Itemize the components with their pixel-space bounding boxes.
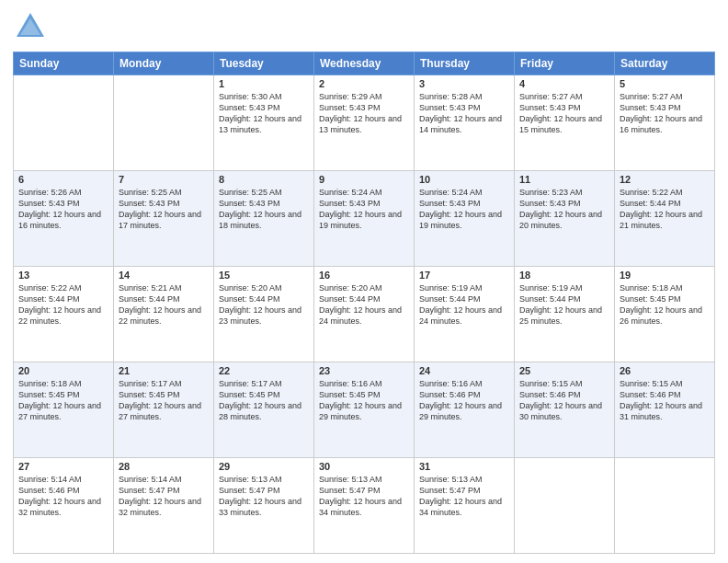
calendar-week-3: 13Sunrise: 5:22 AMSunset: 5:44 PMDayligh… [14,267,715,362]
day-number: 24 [419,365,509,376]
calendar-day-11: 11Sunrise: 5:23 AMSunset: 5:43 PMDayligh… [515,171,615,267]
day-number: 19 [620,270,710,281]
calendar-day-8: 8Sunrise: 5:25 AMSunset: 5:43 PMDaylight… [214,171,314,267]
page: SundayMondayTuesdayWednesdayThursdayFrid… [0,0,728,563]
calendar-day-13: 13Sunrise: 5:22 AMSunset: 5:44 PMDayligh… [14,267,114,362]
calendar-day-20: 20Sunrise: 5:18 AMSunset: 5:45 PMDayligh… [14,362,114,458]
day-number: 18 [519,270,609,281]
calendar-day-2: 2Sunrise: 5:29 AMSunset: 5:43 PMDaylight… [314,75,415,171]
calendar-day-25: 25Sunrise: 5:15 AMSunset: 5:46 PMDayligh… [515,362,615,458]
calendar-day-26: 26Sunrise: 5:15 AMSunset: 5:46 PMDayligh… [615,362,715,458]
day-info: Sunrise: 5:20 AMSunset: 5:44 PMDaylight:… [319,282,409,327]
calendar-day-10: 10Sunrise: 5:24 AMSunset: 5:43 PMDayligh… [415,171,515,267]
day-info: Sunrise: 5:19 AMSunset: 5:44 PMDaylight:… [519,282,609,327]
day-info: Sunrise: 5:29 AMSunset: 5:43 PMDaylight:… [319,91,409,136]
day-number: 6 [18,174,108,185]
logo-icon [13,9,48,44]
calendar-week-2: 6Sunrise: 5:26 AMSunset: 5:43 PMDaylight… [14,171,715,267]
day-info: Sunrise: 5:30 AMSunset: 5:43 PMDaylight:… [219,91,309,136]
calendar-day-19: 19Sunrise: 5:18 AMSunset: 5:45 PMDayligh… [615,267,715,362]
calendar-day-3: 3Sunrise: 5:28 AMSunset: 5:43 PMDaylight… [415,75,515,171]
calendar-day-14: 14Sunrise: 5:21 AMSunset: 5:44 PMDayligh… [114,267,214,362]
day-info: Sunrise: 5:13 AMSunset: 5:47 PMDaylight:… [319,474,409,519]
calendar-day-16: 16Sunrise: 5:20 AMSunset: 5:44 PMDayligh… [314,267,415,362]
calendar-day-1: 1Sunrise: 5:30 AMSunset: 5:43 PMDaylight… [214,75,314,171]
day-info: Sunrise: 5:18 AMSunset: 5:45 PMDaylight:… [18,378,108,423]
calendar-day-29: 29Sunrise: 5:13 AMSunset: 5:47 PMDayligh… [214,458,314,554]
day-number: 30 [319,461,409,472]
weekday-friday: Friday [515,52,615,75]
calendar-day-22: 22Sunrise: 5:17 AMSunset: 5:45 PMDayligh… [214,362,314,458]
calendar-day-18: 18Sunrise: 5:19 AMSunset: 5:44 PMDayligh… [515,267,615,362]
day-info: Sunrise: 5:19 AMSunset: 5:44 PMDaylight:… [419,282,509,327]
weekday-monday: Monday [114,52,214,75]
day-info: Sunrise: 5:25 AMSunset: 5:43 PMDaylight:… [219,187,309,232]
day-number: 27 [18,461,108,472]
calendar-week-4: 20Sunrise: 5:18 AMSunset: 5:45 PMDayligh… [14,362,715,458]
calendar-day-9: 9Sunrise: 5:24 AMSunset: 5:43 PMDaylight… [314,171,415,267]
calendar-empty-cell [14,75,114,171]
weekday-saturday: Saturday [615,52,715,75]
day-number: 23 [319,365,409,376]
day-info: Sunrise: 5:16 AMSunset: 5:45 PMDaylight:… [319,378,409,423]
weekday-tuesday: Tuesday [214,52,314,75]
day-number: 26 [620,365,710,376]
day-info: Sunrise: 5:13 AMSunset: 5:47 PMDaylight:… [219,474,309,519]
day-number: 10 [419,174,509,185]
day-info: Sunrise: 5:22 AMSunset: 5:44 PMDaylight:… [620,187,710,232]
calendar-day-15: 15Sunrise: 5:20 AMSunset: 5:44 PMDayligh… [214,267,314,362]
day-info: Sunrise: 5:14 AMSunset: 5:47 PMDaylight:… [119,474,209,519]
day-info: Sunrise: 5:24 AMSunset: 5:43 PMDaylight:… [319,187,409,232]
calendar-table: SundayMondayTuesdayWednesdayThursdayFrid… [13,52,715,554]
day-number: 29 [219,461,309,472]
calendar-day-4: 4Sunrise: 5:27 AMSunset: 5:43 PMDaylight… [515,75,615,171]
day-info: Sunrise: 5:23 AMSunset: 5:43 PMDaylight:… [519,187,609,232]
calendar-day-21: 21Sunrise: 5:17 AMSunset: 5:45 PMDayligh… [114,362,214,458]
calendar-day-17: 17Sunrise: 5:19 AMSunset: 5:44 PMDayligh… [415,267,515,362]
day-number: 20 [18,365,108,376]
calendar-day-5: 5Sunrise: 5:27 AMSunset: 5:43 PMDaylight… [615,75,715,171]
day-info: Sunrise: 5:27 AMSunset: 5:43 PMDaylight:… [620,91,710,136]
day-number: 31 [419,461,509,472]
day-info: Sunrise: 5:20 AMSunset: 5:44 PMDaylight:… [219,282,309,327]
calendar-day-31: 31Sunrise: 5:13 AMSunset: 5:47 PMDayligh… [415,458,515,554]
day-number: 14 [119,270,209,281]
calendar-day-24: 24Sunrise: 5:16 AMSunset: 5:46 PMDayligh… [415,362,515,458]
day-number: 15 [219,270,309,281]
day-number: 8 [219,174,309,185]
day-number: 4 [519,78,609,89]
header [13,9,715,44]
calendar-day-7: 7Sunrise: 5:25 AMSunset: 5:43 PMDaylight… [114,171,214,267]
day-info: Sunrise: 5:25 AMSunset: 5:43 PMDaylight:… [119,187,209,232]
day-info: Sunrise: 5:27 AMSunset: 5:43 PMDaylight:… [519,91,609,136]
day-number: 2 [319,78,409,89]
day-number: 7 [119,174,209,185]
day-number: 11 [519,174,609,185]
day-info: Sunrise: 5:15 AMSunset: 5:46 PMDaylight:… [620,378,710,423]
day-number: 25 [519,365,609,376]
day-number: 12 [620,174,710,185]
weekday-wednesday: Wednesday [314,52,415,75]
calendar-day-12: 12Sunrise: 5:22 AMSunset: 5:44 PMDayligh… [615,171,715,267]
day-info: Sunrise: 5:13 AMSunset: 5:47 PMDaylight:… [419,474,509,519]
calendar-day-30: 30Sunrise: 5:13 AMSunset: 5:47 PMDayligh… [314,458,415,554]
day-number: 3 [419,78,509,89]
day-info: Sunrise: 5:17 AMSunset: 5:45 PMDaylight:… [219,378,309,423]
day-info: Sunrise: 5:26 AMSunset: 5:43 PMDaylight:… [18,187,108,232]
logo [13,9,48,44]
day-info: Sunrise: 5:21 AMSunset: 5:44 PMDaylight:… [119,282,209,327]
day-number: 21 [119,365,209,376]
calendar-empty-cell [114,75,214,171]
weekday-header-row: SundayMondayTuesdayWednesdayThursdayFrid… [14,52,715,75]
day-number: 9 [319,174,409,185]
calendar-empty-cell [515,458,615,554]
day-info: Sunrise: 5:28 AMSunset: 5:43 PMDaylight:… [419,91,509,136]
day-number: 16 [319,270,409,281]
weekday-sunday: Sunday [14,52,114,75]
day-number: 28 [119,461,209,472]
day-number: 5 [620,78,710,89]
calendar-day-6: 6Sunrise: 5:26 AMSunset: 5:43 PMDaylight… [14,171,114,267]
calendar-week-1: 1Sunrise: 5:30 AMSunset: 5:43 PMDaylight… [14,75,715,171]
day-number: 13 [18,270,108,281]
day-info: Sunrise: 5:14 AMSunset: 5:46 PMDaylight:… [18,474,108,519]
